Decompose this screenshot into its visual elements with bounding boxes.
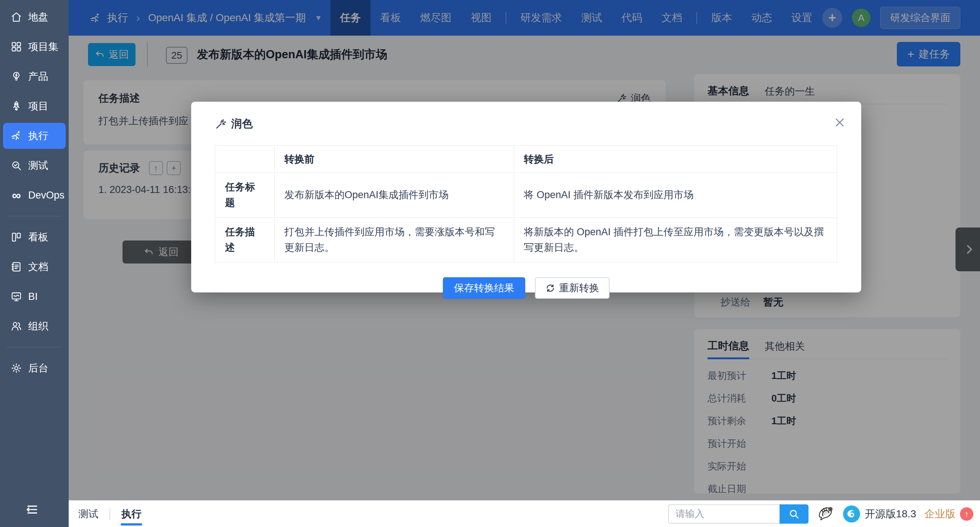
save-conversion-button[interactable]: 保存转换结果 <box>443 277 525 299</box>
magic-wand-icon <box>215 118 227 130</box>
sidebar-item-label: 执行 <box>28 129 48 143</box>
people-icon <box>10 320 22 332</box>
sidebar-item-kanban[interactable]: 看板 <box>0 222 69 252</box>
runner-icon <box>10 130 22 142</box>
row-label: 任务标题 <box>215 173 275 218</box>
column-header-empty <box>215 146 275 173</box>
sidebar-item-label: 测试 <box>28 159 48 172</box>
column-header-before: 转换前 <box>275 146 514 173</box>
version-label: 开源版18.3 <box>865 507 916 521</box>
sidebar-item-label: 文档 <box>28 260 48 273</box>
sidebar-collapse-button[interactable] <box>22 500 42 519</box>
sidebar: 地盘 项目集 产品 项目 执行 测试 ∞ DevOps 看板 <box>0 0 69 527</box>
rocket-icon <box>10 100 22 112</box>
sidebar-item-label: 地盘 <box>28 10 48 24</box>
modal-title: 润色 <box>231 116 253 132</box>
collapse-menu-icon <box>25 502 40 517</box>
sidebar-item-project[interactable]: 项目 <box>0 91 69 121</box>
sidebar-item-qa[interactable]: 测试 <box>0 151 69 180</box>
sidebar-item-org[interactable]: 组织 <box>0 311 69 341</box>
sidebar-item-label: 项目集 <box>28 40 58 54</box>
infinity-icon: ∞ <box>10 189 22 201</box>
zentao-logo-icon <box>843 505 861 523</box>
sidebar-item-execution[interactable]: 执行 <box>3 123 66 149</box>
taskbar-divider <box>110 508 110 520</box>
sidebar-item-dashboard[interactable]: 地盘 <box>0 2 69 32</box>
before-cell: 打包并上传插件到应用市场，需要涨版本号和写更新日志。 <box>275 217 514 262</box>
sidebar-item-label: 组织 <box>28 319 48 333</box>
close-icon <box>834 116 846 129</box>
taskbar-tab-execution[interactable]: 执行 <box>112 501 151 527</box>
sidebar-item-label: 项目 <box>28 100 48 113</box>
column-header-after: 转换后 <box>514 146 837 173</box>
sidebar-item-label: DevOps <box>28 190 65 201</box>
sidebar-item-label: BI <box>28 291 38 302</box>
sidebar-item-doc[interactable]: 文档 <box>0 252 69 282</box>
enterprise-upgrade[interactable]: 企业版 ↑ <box>924 507 973 521</box>
kanban-icon <box>10 231 22 243</box>
taskbar-tab-test[interactable]: 测试 <box>69 501 108 527</box>
sidebar-item-bi[interactable]: BI <box>0 282 69 311</box>
conch-mascot-icon[interactable] <box>817 504 835 524</box>
before-cell: 发布新版本的OpenAI集成插件到市场 <box>275 173 514 218</box>
sidebar-item-program[interactable]: 项目集 <box>0 32 69 62</box>
bulb-icon <box>10 70 22 83</box>
upgrade-arrow-icon: ↑ <box>960 507 973 521</box>
search-button[interactable] <box>780 504 808 524</box>
taskbar-search <box>668 504 808 524</box>
zentao-app: 地盘 项目集 产品 项目 执行 测试 ∞ DevOps 看板 <box>0 0 980 527</box>
program-grid-icon <box>10 41 22 53</box>
sidebar-divider <box>7 216 62 216</box>
search-input[interactable] <box>668 504 780 524</box>
document-icon <box>10 261 22 273</box>
gear-icon <box>10 362 22 374</box>
conversion-table: 转换前 转换后 任务标题 发布新版本的OpenAI集成插件到市场 将 OpenA… <box>215 146 837 262</box>
magnifier-icon <box>10 160 22 171</box>
table-row: 任务标题 发布新版本的OpenAI集成插件到市场 将 OpenAI 插件新版本发… <box>215 173 837 218</box>
row-label: 任务描述 <box>215 217 275 262</box>
version-brand[interactable]: 开源版18.3 <box>843 505 916 523</box>
monitor-icon <box>10 290 22 302</box>
search-icon <box>789 508 800 519</box>
sidebar-item-label: 看板 <box>28 230 48 244</box>
sidebar-item-label: 产品 <box>28 70 48 83</box>
table-row: 任务描述 打包并上传插件到应用市场，需要涨版本号和写更新日志。 将新版本的 Op… <box>215 217 837 262</box>
retry-conversion-button[interactable]: 重新转换 <box>535 277 609 299</box>
sidebar-divider <box>7 347 62 348</box>
home-icon <box>10 11 22 23</box>
sidebar-item-admin[interactable]: 后台 <box>0 353 69 383</box>
after-cell: 将新版本的 OpenAI 插件打包上传至应用市场，需变更版本号以及撰写更新日志。 <box>514 217 837 262</box>
polish-modal: 润色 转换前 转换后 任务标题 发布新版本的OpenAI集成插件到市场 将 Op… <box>191 102 861 292</box>
sidebar-item-product[interactable]: 产品 <box>0 62 69 91</box>
sidebar-item-label: 后台 <box>28 362 48 375</box>
refresh-icon <box>545 283 555 293</box>
modal-close-button[interactable] <box>832 115 847 130</box>
bottom-taskbar: 测试 执行 <box>69 500 980 527</box>
sidebar-item-devops[interactable]: ∞ DevOps <box>0 180 69 210</box>
after-cell: 将 OpenAI 插件新版本发布到应用市场 <box>514 173 837 218</box>
